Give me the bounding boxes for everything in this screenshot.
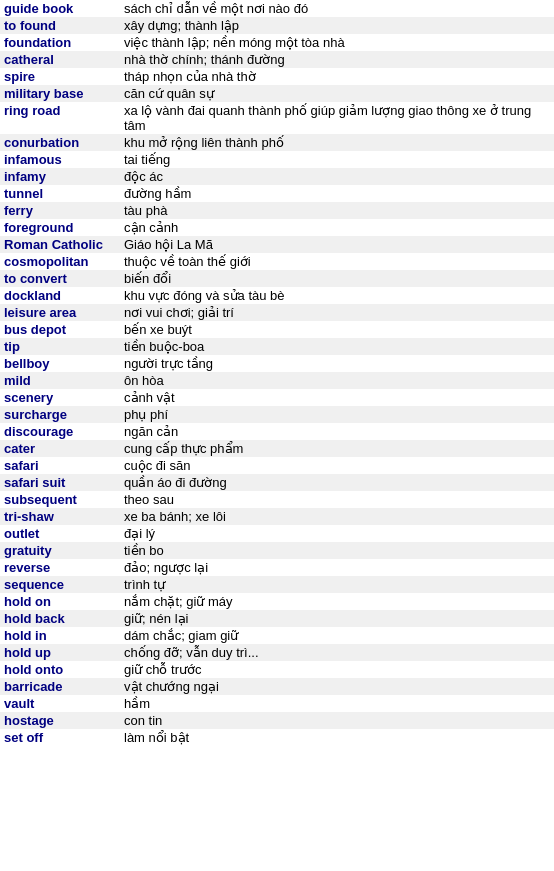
vocab-term: hold onto [4, 662, 124, 677]
list-item: scenerycảnh vật [0, 389, 554, 406]
vocab-definition: dám chắc; giam giữ [124, 628, 550, 643]
vocab-term: bellboy [4, 356, 124, 371]
list-item: safari suitquần áo đi đường [0, 474, 554, 491]
vocab-definition: cuộc đi săn [124, 458, 550, 473]
vocab-definition: cung cấp thực phẩm [124, 441, 550, 456]
list-item: subsequenttheo sau [0, 491, 554, 508]
list-item: infamoustai tiếng [0, 151, 554, 168]
vocab-definition: người trực tầng [124, 356, 550, 371]
vocab-definition: hầm [124, 696, 550, 711]
list-item: reverseđảo; ngược lại [0, 559, 554, 576]
list-item: Roman CatholicGiáo hội La Mã [0, 236, 554, 253]
vocab-definition: tiền buộc-boa [124, 339, 550, 354]
list-item: safaricuộc đi săn [0, 457, 554, 474]
list-item: gratuitytiền bo [0, 542, 554, 559]
vocab-definition: nhà thờ chính; thánh đường [124, 52, 550, 67]
vocab-term: tri-shaw [4, 509, 124, 524]
vocab-definition: sách chỉ dẫn về một nơi nào đó [124, 1, 550, 16]
list-item: foregroundcận cảnh [0, 219, 554, 236]
vocab-definition: căn cứ quân sự [124, 86, 550, 101]
vocab-definition: vật chướng ngại [124, 679, 550, 694]
vocab-definition: ôn hòa [124, 373, 550, 388]
vocab-term: barricade [4, 679, 124, 694]
vocab-term: catheral [4, 52, 124, 67]
vocab-term: infamy [4, 169, 124, 184]
vocab-definition: độc ác [124, 169, 550, 184]
vocab-term: conurbation [4, 135, 124, 150]
list-item: infamyđộc ác [0, 168, 554, 185]
list-item: ring roadxa lộ vành đai quanh thành phố … [0, 102, 554, 134]
list-item: hold upchống đỡ; vẫn duy trì... [0, 644, 554, 661]
vocab-term: outlet [4, 526, 124, 541]
vocab-definition: tàu phà [124, 203, 550, 218]
vocab-definition: quần áo đi đường [124, 475, 550, 490]
list-item: bellboyngười trực tầng [0, 355, 554, 372]
vocab-term: hold on [4, 594, 124, 609]
vocab-definition: giữ; nén lại [124, 611, 550, 626]
list-item: hold ontogiữ chỗ trước [0, 661, 554, 678]
vocab-term: sequence [4, 577, 124, 592]
vocab-term: infamous [4, 152, 124, 167]
vocab-term: cosmopolitan [4, 254, 124, 269]
list-item: to convertbiến đổi [0, 270, 554, 287]
list-item: guide booksách chỉ dẫn về một nơi nào đó [0, 0, 554, 17]
vocab-term: dockland [4, 288, 124, 303]
vocab-definition: tháp nhọn của nhà thờ [124, 69, 550, 84]
vocab-definition: cận cảnh [124, 220, 550, 235]
list-item: sequencetrình tự [0, 576, 554, 593]
list-item: hold indám chắc; giam giữ [0, 627, 554, 644]
list-item: tri-shawxe ba bánh; xe lôi [0, 508, 554, 525]
list-item: catercung cấp thực phẩm [0, 440, 554, 457]
vocab-definition: tiền bo [124, 543, 550, 558]
vocab-definition: khu mở rộng liên thành phố [124, 135, 550, 150]
vocab-term: to found [4, 18, 124, 33]
list-item: leisure areanơi vui chơi; giải trí [0, 304, 554, 321]
vocab-term: mild [4, 373, 124, 388]
vocab-definition: làm nổi bật [124, 730, 550, 745]
vocab-definition: phụ phí [124, 407, 550, 422]
vocab-term: hold up [4, 645, 124, 660]
list-item: hold backgiữ; nén lại [0, 610, 554, 627]
list-item: hostagecon tin [0, 712, 554, 729]
vocab-term: leisure area [4, 305, 124, 320]
vocab-term: discourage [4, 424, 124, 439]
vocab-definition: theo sau [124, 492, 550, 507]
vocab-definition: trình tự [124, 577, 550, 592]
vocab-term: vault [4, 696, 124, 711]
vocab-definition: đảo; ngược lại [124, 560, 550, 575]
list-item: spiretháp nhọn của nhà thờ [0, 68, 554, 85]
list-item: barricadevật chướng ngại [0, 678, 554, 695]
vocab-term: safari [4, 458, 124, 473]
vocab-term: military base [4, 86, 124, 101]
vocab-definition: cảnh vật [124, 390, 550, 405]
list-item: conurbationkhu mở rộng liên thành phố [0, 134, 554, 151]
list-item: tiptiền buộc-boa [0, 338, 554, 355]
vocab-term: gratuity [4, 543, 124, 558]
vocab-definition: khu vực đóng và sửa tàu bè [124, 288, 550, 303]
vocab-definition: đường hầm [124, 186, 550, 201]
vocab-definition: giữ chỗ trước [124, 662, 550, 677]
list-item: vaulthầm [0, 695, 554, 712]
vocab-term: hold in [4, 628, 124, 643]
vocab-definition: xây dựng; thành lập [124, 18, 550, 33]
vocab-term: hold back [4, 611, 124, 626]
list-item: surchargephụ phí [0, 406, 554, 423]
vocab-term: ferry [4, 203, 124, 218]
list-item: hold onnắm chặt; giữ máy [0, 593, 554, 610]
list-item: discouragengăn cản [0, 423, 554, 440]
list-item: foundationviệc thành lập; nền móng một t… [0, 34, 554, 51]
list-item: bus depotbến xe buýt [0, 321, 554, 338]
list-item: tunnelđường hầm [0, 185, 554, 202]
vocab-list: guide booksách chỉ dẫn về một nơi nào đó… [0, 0, 554, 746]
list-item: set offlàm nổi bật [0, 729, 554, 746]
vocab-term: hostage [4, 713, 124, 728]
vocab-term: cater [4, 441, 124, 456]
vocab-definition: nơi vui chơi; giải trí [124, 305, 550, 320]
list-item: to foundxây dựng; thành lập [0, 17, 554, 34]
vocab-definition: bến xe buýt [124, 322, 550, 337]
vocab-definition: việc thành lập; nền móng một tòa nhà [124, 35, 550, 50]
vocab-term: tunnel [4, 186, 124, 201]
vocab-term: foundation [4, 35, 124, 50]
vocab-term: foreground [4, 220, 124, 235]
list-item: ferrytàu phà [0, 202, 554, 219]
